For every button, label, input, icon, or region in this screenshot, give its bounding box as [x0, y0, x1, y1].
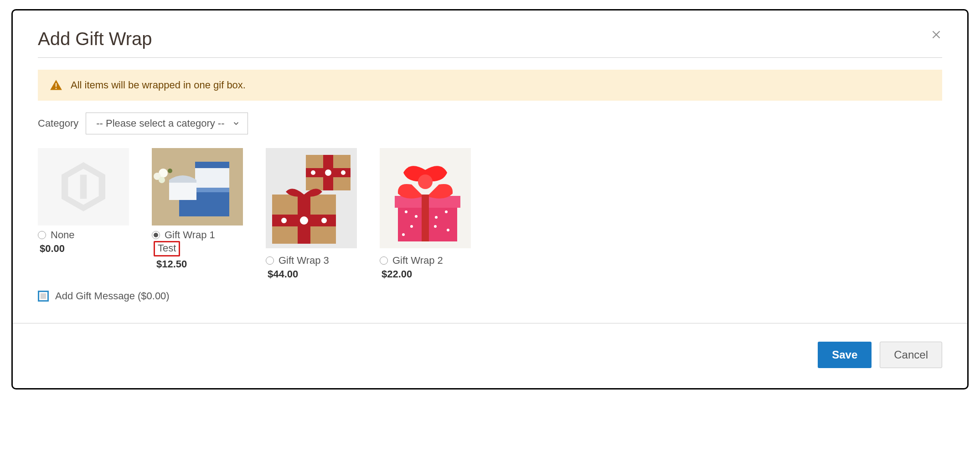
modal-footer: Save Cancel	[13, 323, 967, 388]
gift-wrap-option-3[interactable]: Gift Wrap 3 $44.00	[266, 148, 366, 280]
gift-wrap-thumb	[266, 148, 357, 248]
gift-wrap-price: $12.50	[156, 258, 252, 270]
gift-wrap-thumb	[380, 148, 471, 248]
gift-box-blue-icon	[152, 148, 243, 225]
gift-wrap-name: Gift Wrap 1	[165, 229, 215, 241]
cancel-button[interactable]: Cancel	[880, 342, 942, 368]
category-row: Category -- Please select a category --	[38, 113, 942, 134]
category-label: Category	[38, 118, 78, 129]
gift-message-label: Add Gift Message ($0.00)	[55, 290, 170, 302]
warning-icon	[50, 79, 62, 92]
svg-point-21	[341, 170, 346, 175]
gift-wrap-radio[interactable]	[38, 231, 46, 239]
svg-point-35	[445, 210, 448, 213]
gift-wrap-name: Gift Wrap 2	[392, 255, 443, 266]
close-button[interactable]	[930, 29, 942, 41]
add-gift-wrap-modal: Add Gift Wrap All items will be wrapped …	[11, 9, 969, 389]
gift-box-kraft-icon	[266, 148, 357, 248]
gift-wrap-price: $22.00	[382, 268, 480, 280]
gift-wrap-radio[interactable]	[380, 256, 388, 265]
svg-point-39	[447, 229, 449, 231]
svg-point-31	[405, 210, 407, 213]
svg-point-36	[410, 225, 413, 228]
gift-wrap-option-2[interactable]: Gift Wrap 2 $22.00	[380, 148, 480, 280]
alert-text: All items will be wrapped in one gif box…	[71, 79, 246, 91]
save-button[interactable]: Save	[818, 342, 872, 368]
gift-box-pink-icon	[380, 148, 471, 248]
svg-point-13	[159, 177, 165, 183]
svg-rect-10	[169, 180, 196, 200]
gift-wrap-grid: None $0.00	[38, 148, 942, 280]
svg-point-26	[281, 218, 287, 223]
svg-point-27	[321, 218, 327, 223]
modal-title: Add Gift Wrap	[38, 29, 152, 49]
svg-point-14	[168, 169, 172, 173]
gift-wrap-thumb	[38, 148, 129, 225]
gift-wrap-price: $44.00	[268, 268, 366, 280]
gift-wrap-option-1[interactable]: Gift Wrap 1 Test $12.50	[152, 148, 252, 280]
svg-point-40	[402, 233, 405, 236]
gift-wrap-label-row: None	[38, 229, 138, 241]
category-select[interactable]: -- Please select a category --	[86, 113, 248, 134]
svg-point-20	[311, 170, 315, 175]
gift-wrap-radio[interactable]	[266, 256, 274, 265]
gift-wrap-thumb	[152, 148, 243, 225]
alert-warning: All items will be wrapped in one gif box…	[38, 70, 942, 101]
svg-rect-8	[195, 167, 229, 188]
gift-wrap-price: $0.00	[40, 243, 138, 255]
modal-header: Add Gift Wrap	[38, 29, 942, 49]
gift-wrap-name: Gift Wrap 3	[279, 255, 329, 266]
chevron-down-icon	[232, 119, 240, 128]
gift-wrap-label-row: Gift Wrap 1	[152, 229, 252, 241]
svg-point-38	[434, 225, 437, 228]
svg-point-25	[300, 216, 308, 225]
svg-rect-2	[56, 83, 57, 87]
magento-icon	[56, 159, 111, 214]
svg-point-32	[415, 215, 418, 218]
svg-point-34	[435, 216, 438, 219]
close-icon	[930, 29, 942, 41]
gift-wrap-label-row: Gift Wrap 3	[266, 255, 366, 266]
gift-wrap-label-row: Gift Wrap 2	[380, 255, 480, 266]
divider	[38, 57, 942, 58]
gift-wrap-sublabel: Test	[154, 241, 180, 256]
gift-wrap-radio[interactable]	[152, 231, 160, 239]
category-selected: -- Please select a category --	[96, 118, 224, 129]
svg-rect-3	[56, 88, 57, 89]
svg-point-19	[325, 169, 331, 176]
gift-wrap-option-none[interactable]: None $0.00	[38, 148, 138, 280]
svg-point-41	[418, 174, 433, 189]
gift-message-row: Add Gift Message ($0.00)	[38, 290, 942, 302]
gift-message-checkbox[interactable]	[38, 291, 49, 302]
svg-rect-4	[80, 175, 87, 199]
placeholder-image	[38, 148, 129, 225]
gift-wrap-name: None	[51, 229, 75, 241]
svg-rect-9	[195, 162, 229, 168]
svg-rect-42	[422, 195, 429, 241]
